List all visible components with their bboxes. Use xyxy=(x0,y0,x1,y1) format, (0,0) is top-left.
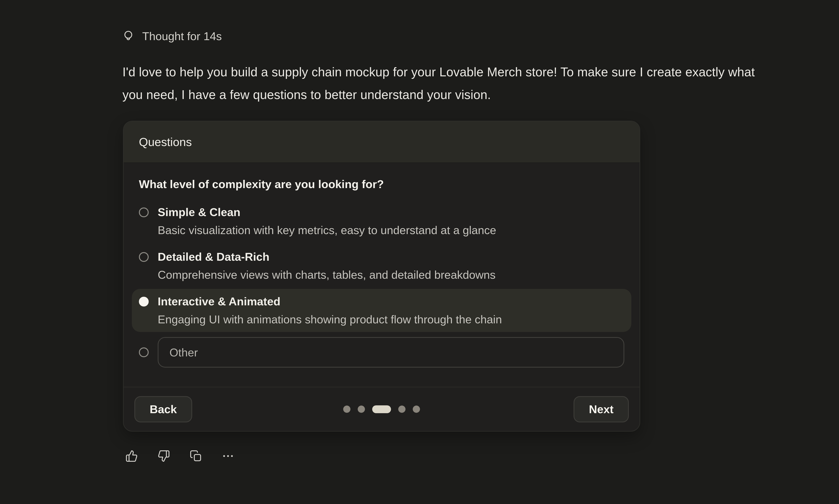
card-title: Questions xyxy=(139,135,192,149)
options-list: Simple & Clean Basic visualization with … xyxy=(132,200,631,371)
message-actions xyxy=(123,448,236,464)
questions-card: Questions What level of complexity are y… xyxy=(123,121,640,432)
option-description: Engaging UI with animations showing prod… xyxy=(158,310,502,328)
option-description: Comprehensive views with charts, tables,… xyxy=(158,266,495,284)
progress-dot-active xyxy=(372,406,391,413)
assistant-message: I'd love to help you build a supply chai… xyxy=(122,61,763,106)
more-ellipsis-icon xyxy=(222,450,234,462)
option-texts: Interactive & Animated Engaging UI with … xyxy=(158,292,502,328)
copy-icon xyxy=(190,450,202,462)
thumbs-down-button[interactable] xyxy=(156,448,172,464)
radio-unselected-icon[interactable] xyxy=(139,208,149,217)
thumbs-up-icon xyxy=(125,450,138,462)
option-title: Simple & Clean xyxy=(158,203,496,221)
progress-dot xyxy=(343,406,350,413)
next-button[interactable]: Next xyxy=(574,396,629,422)
option-simple-clean[interactable]: Simple & Clean Basic visualization with … xyxy=(132,200,631,243)
lightbulb-icon xyxy=(122,30,135,43)
back-button[interactable]: Back xyxy=(134,396,192,422)
option-texts: Simple & Clean Basic visualization with … xyxy=(158,203,496,239)
option-interactive-animated[interactable]: Interactive & Animated Engaging UI with … xyxy=(132,289,631,332)
radio-unselected-icon[interactable] xyxy=(139,347,149,357)
option-description: Basic visualization with key metrics, ea… xyxy=(158,221,496,239)
thumbs-up-button[interactable] xyxy=(123,448,140,464)
card-footer: Back Next xyxy=(124,387,640,431)
copy-button[interactable] xyxy=(188,448,204,464)
thumbs-down-icon xyxy=(157,450,170,462)
card-body: What level of complexity are you looking… xyxy=(124,163,640,387)
more-button[interactable] xyxy=(220,448,236,464)
option-title: Interactive & Animated xyxy=(158,292,502,310)
radio-selected-icon[interactable] xyxy=(139,297,149,307)
thought-row[interactable]: Thought for 14s xyxy=(122,30,222,43)
card-header: Questions xyxy=(124,121,640,163)
other-option-input[interactable] xyxy=(158,337,624,367)
option-title: Detailed & Data-Rich xyxy=(158,248,495,266)
option-texts: Detailed & Data-Rich Comprehensive views… xyxy=(158,248,495,284)
progress-dot xyxy=(398,406,405,413)
progress-dot xyxy=(413,406,420,413)
radio-unselected-icon[interactable] xyxy=(139,252,149,262)
option-other[interactable] xyxy=(132,334,631,371)
option-detailed-data-rich[interactable]: Detailed & Data-Rich Comprehensive views… xyxy=(132,244,631,287)
progress-dot xyxy=(358,406,365,413)
question-text: What level of complexity are you looking… xyxy=(139,175,624,193)
thought-label: Thought for 14s xyxy=(142,30,222,43)
progress-indicator xyxy=(343,406,420,413)
